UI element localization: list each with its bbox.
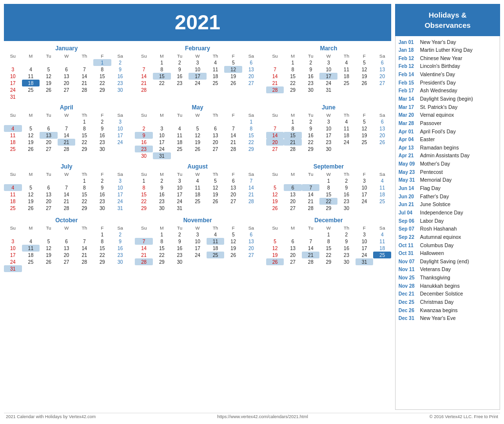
holiday-name: Valentine's Day bbox=[420, 71, 455, 78]
holiday-name: Mother's Day bbox=[420, 161, 450, 168]
table-cell: 14 bbox=[75, 73, 93, 80]
list-item: Oct 11Columbus Day bbox=[399, 241, 497, 250]
list-item: Nov 11Veterans Day bbox=[399, 266, 497, 274]
table-cell: 10 bbox=[4, 73, 22, 80]
list-item: Mar 14Daylight Saving (begin) bbox=[399, 95, 497, 103]
table-cell bbox=[58, 93, 76, 100]
list-item: Apr 13Ramadan begins bbox=[399, 144, 497, 152]
holiday-date: Feb 12 bbox=[399, 55, 418, 62]
table-cell: 15 bbox=[93, 73, 111, 80]
list-item: Sep 06Labor Day bbox=[399, 217, 497, 225]
holiday-name: Ramadan begins bbox=[420, 145, 459, 151]
holiday-name: Hanukkah begins bbox=[420, 283, 460, 290]
table-cell: 16 bbox=[111, 73, 129, 80]
list-item: Sep 22Autumnal equinox bbox=[399, 233, 497, 241]
month-title-september: September bbox=[266, 163, 391, 170]
holiday-date: Dec 31 bbox=[399, 315, 418, 322]
footer-center: https://www.vertex42.com/calendars/2021.… bbox=[217, 414, 308, 419]
holiday-date: Jun 20 bbox=[399, 193, 418, 200]
table-cell: 20 bbox=[58, 80, 76, 86]
holiday-date: Apr 04 bbox=[399, 136, 418, 143]
footer-right: © 2016 Vertex42 LLC. Free to Print bbox=[429, 414, 498, 419]
table-cell: 29 bbox=[93, 86, 111, 93]
holiday-name: Daylight Saving (begin) bbox=[420, 96, 473, 103]
month-table-june: SuMTuWThFSa 1 2 3 4 5 6 bbox=[266, 112, 391, 154]
holiday-name: Admin Assistants Day bbox=[420, 152, 470, 159]
list-item: Feb 12Chinese New Year bbox=[399, 54, 497, 63]
list-item: Apr 04Easter bbox=[399, 136, 497, 144]
month-table-november: SuMTuWThFSa 1 2 3 4 5 6 bbox=[135, 225, 260, 267]
table-cell bbox=[22, 59, 40, 66]
holiday-name: April Fool's Day bbox=[420, 128, 456, 135]
month-table-september: SuMTuWThFSa 1 2 3 4 bbox=[266, 171, 391, 213]
holiday-name: Memorial Day bbox=[420, 177, 452, 184]
holiday-name: Thanksgiving bbox=[420, 275, 450, 281]
month-march: March SuMTuWThFSa 1 2 3 bbox=[266, 45, 391, 100]
holiday-name: Flag Day bbox=[420, 185, 441, 192]
table-cell: 6 bbox=[58, 66, 76, 73]
list-item: Nov 28Hanukkah begins bbox=[399, 282, 497, 290]
list-item: Sep 07Rosh Hashanah bbox=[399, 225, 497, 233]
holiday-name: Martin Luther King Day bbox=[420, 47, 472, 54]
month-table-october: SuMTuWThFSa 1 2 bbox=[4, 225, 129, 272]
month-july: July SuMTuWThFSa bbox=[4, 163, 129, 213]
holiday-date: Oct 11 bbox=[399, 242, 418, 249]
table-cell: 1 bbox=[93, 59, 111, 66]
holiday-name: Easter bbox=[420, 136, 435, 143]
month-table-march: SuMTuWThFSa 1 2 3 4 5 6 bbox=[266, 53, 391, 95]
table-cell: 3 bbox=[4, 66, 22, 73]
footer-left: 2021 Calendar with Holidays by Vertex42.… bbox=[6, 414, 96, 419]
month-may: May SuMTuWThFSa bbox=[135, 104, 260, 159]
holiday-name: Veterans Day bbox=[420, 266, 451, 273]
list-item: Nov 25Thanksgiving bbox=[399, 274, 497, 282]
list-item: Nov 07Daylight Saving (end) bbox=[399, 257, 497, 266]
holiday-date: Apr 01 bbox=[399, 128, 418, 135]
table-cell: 19 bbox=[40, 80, 58, 86]
holiday-name: Labor Day bbox=[420, 218, 443, 225]
holiday-date: Feb 12 bbox=[399, 63, 418, 70]
holiday-name: Vernal equinox bbox=[420, 112, 454, 119]
col-m: M bbox=[22, 53, 40, 59]
holiday-date: Mar 14 bbox=[399, 96, 418, 103]
table-cell bbox=[93, 93, 111, 100]
holiday-date: Jan 01 bbox=[399, 39, 418, 46]
holiday-date: Nov 07 bbox=[399, 258, 418, 265]
holiday-date: Apr 13 bbox=[399, 145, 418, 151]
table-cell: 9 bbox=[111, 66, 129, 73]
list-item: Feb 15President's Day bbox=[399, 79, 497, 87]
table-cell bbox=[111, 93, 129, 100]
month-title-march: March bbox=[266, 45, 391, 52]
table-cell: 30 bbox=[111, 86, 129, 93]
holiday-date: Jun 14 bbox=[399, 185, 418, 192]
holiday-name: June Solstice bbox=[420, 201, 450, 208]
col-tu: Tu bbox=[40, 53, 58, 59]
list-item: Feb 14Valentine's Day bbox=[399, 71, 497, 79]
month-title-november: November bbox=[135, 217, 260, 224]
holiday-date: Sep 06 bbox=[399, 218, 418, 225]
month-table-may: SuMTuWThFSa 1 bbox=[135, 112, 260, 159]
list-item: Jan 01New Year's Day bbox=[399, 38, 497, 46]
holiday-date: May 09 bbox=[399, 161, 418, 168]
holiday-date: May 31 bbox=[399, 177, 418, 184]
month-title-october: October bbox=[4, 217, 129, 224]
month-august: August SuMTuWThFSa 1 2 3 bbox=[135, 163, 260, 213]
table-cell bbox=[75, 59, 93, 66]
table-cell: 8 bbox=[93, 66, 111, 73]
table-cell: 28 bbox=[75, 86, 93, 93]
holiday-date: Nov 28 bbox=[399, 283, 418, 290]
table-cell: 18 bbox=[22, 80, 40, 86]
holiday-name: Daylight Saving (end) bbox=[420, 258, 469, 265]
month-table-july: SuMTuWThFSa 1 2 3 bbox=[4, 171, 129, 213]
month-table-december: SuMTuWThFSa 1 2 3 4 bbox=[266, 225, 391, 267]
col-f: F bbox=[93, 53, 111, 59]
holiday-name: St. Patrick's Day bbox=[420, 104, 458, 111]
month-table-april: SuMTuWThFSa 1 2 3 bbox=[4, 112, 129, 154]
holiday-date: Nov 25 bbox=[399, 275, 418, 281]
month-title-february: February bbox=[135, 45, 260, 52]
month-title-june: June bbox=[266, 104, 391, 111]
month-title-december: December bbox=[266, 217, 391, 224]
holiday-name: Autumnal equinox bbox=[420, 234, 461, 241]
holiday-name: Father's Day bbox=[420, 193, 449, 200]
holiday-name: President's Day bbox=[420, 80, 456, 86]
holiday-date: Mar 20 bbox=[399, 112, 418, 119]
